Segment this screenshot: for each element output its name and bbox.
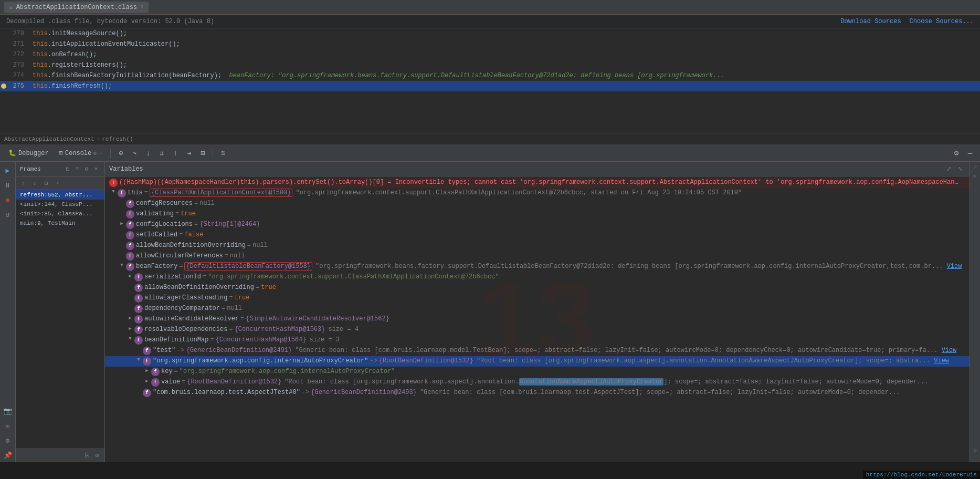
var-val-configLocations: {String[1]@2464}	[199, 221, 260, 228]
frame-item-1[interactable]: <init>:144, ClassP...	[16, 200, 104, 209]
settings-side-button[interactable]: ⚙	[1, 434, 15, 447]
force-step-into-button[interactable]: ⇊	[156, 148, 167, 159]
frames-filter-btn[interactable]: ⊟	[41, 178, 51, 189]
var-expand-autowireResolver[interactable]: ▶	[126, 315, 134, 321]
console-tab[interactable]: ⊡ Console ⚙ →	[55, 147, 107, 159]
var-row-key: ▶ f key = "org.springframework.aop.confi…	[105, 367, 970, 377]
var-expand-this[interactable]: ▼	[109, 189, 118, 194]
more-icon[interactable]: …	[973, 456, 977, 462]
var-name-configResources: configResources	[136, 200, 193, 207]
var-expand-resolvableDeps[interactable]: ▶	[126, 326, 134, 331]
restore-icon[interactable]: ⤢	[973, 164, 977, 171]
settings-icon[interactable]: ⚙	[973, 447, 977, 454]
frames-close-button[interactable]: ×	[92, 165, 100, 173]
step-over-button[interactable]: ↷	[129, 148, 140, 159]
run-to-cursor-button[interactable]: ⇥	[183, 148, 195, 159]
var-expand-value[interactable]: ▶	[143, 378, 151, 384]
test-bean-view-link[interactable]: View	[942, 347, 957, 354]
frames-up-button[interactable]: ↑	[18, 178, 28, 189]
var-row-aspectjtest: f "com.bruis.learnaop.test.AspectJTest#0…	[105, 388, 970, 398]
console-label: Console	[65, 150, 91, 157]
tab-close-button[interactable]: ×	[140, 4, 143, 10]
var-eq-setIdCalled: =	[179, 231, 183, 238]
debug-toolbar: 🐛 Debugger ⊡ Console ⚙ → ⊙ ↷ ↓ ⇊ ↑ ⇥ ⊞ ≋…	[0, 145, 980, 162]
debug-settings-button[interactable]: ⚙	[951, 148, 962, 159]
stop-button[interactable]: ■	[1, 193, 15, 207]
var-field-icon-serializationId: f	[134, 273, 143, 282]
var-eq-configResources: =	[194, 200, 198, 207]
collapse-icon[interactable]: ⇱	[973, 173, 977, 180]
pin-button[interactable]: 📌	[1, 449, 15, 462]
var-error-icon: !	[109, 179, 118, 187]
step-out-button[interactable]: ↑	[170, 148, 181, 159]
frames-down-button[interactable]: ↓	[29, 178, 40, 189]
download-sources-link[interactable]: Download Sources	[840, 18, 901, 25]
frame-item-0[interactable]: refresh:552, Abstr...	[16, 190, 104, 200]
var-row-resolvableDeps: ▶ f resolvableDependencies = {Concurrent…	[105, 325, 970, 335]
var-error-value: ((HashMap)((AopNamespaceHandler)this).pa…	[119, 179, 959, 186]
variables-toolbar: Variables ⤢ ⤡	[105, 162, 970, 176]
rerun-button[interactable]: ↺	[1, 208, 15, 222]
var-expand-beanDefMap[interactable]: ▼	[126, 336, 134, 341]
proxy-view-link[interactable]: View	[934, 357, 949, 365]
var-comment-value: "Root bean: class [org.springframework.a…	[284, 378, 928, 386]
resume-button[interactable]: ▶	[1, 164, 15, 178]
breadcrumb-class[interactable]: AbstractApplicationContext	[4, 136, 94, 142]
show-execution-point-button[interactable]: ⊙	[115, 148, 127, 159]
frame-copy-button[interactable]: ⎘	[81, 451, 92, 461]
var-expand-configLocations[interactable]: ▶	[118, 221, 126, 226]
tab-label: AbstractApplicationContext.class	[16, 4, 137, 11]
right-panel-icons: ⤢ ⇱ ⚙ …	[970, 162, 980, 462]
var-name-allowBDO-bf: allowBeanDefinitionOverriding	[144, 284, 254, 291]
line-content-272: this.onRefresh();	[28, 51, 980, 58]
trace-button[interactable]: ≋	[217, 148, 229, 159]
frame-watch-button[interactable]: ∞	[92, 451, 102, 461]
code-line-271: 271 this.initApplicationEventMulticaster…	[0, 39, 980, 49]
bottom-url[interactable]: https://blog.csdn.net/CoderBruis	[863, 471, 980, 479]
var-expand-key[interactable]: ▶	[143, 368, 151, 373]
breadcrumb-method[interactable]: refresh()	[102, 136, 133, 142]
file-tab[interactable]: ☕ AbstractApplicationContext.class ×	[4, 2, 149, 13]
debugger-tab[interactable]: 🐛 Debugger	[4, 147, 53, 159]
var-val-configResources: null	[199, 200, 215, 207]
frames-filter-button[interactable]: ⊟	[64, 165, 72, 173]
frames-toolbar: ↑ ↓ ⊟ +	[16, 176, 104, 190]
var-val-aspectjtest: {GenericBeanDefinition@2493}	[311, 389, 417, 396]
breakpoint-275[interactable]	[0, 84, 7, 89]
pause-button[interactable]: ⏸	[1, 179, 15, 192]
line-content-274: this.finishBeanFactoryInitialization(bea…	[28, 72, 980, 79]
var-expand-internalProxy[interactable]: ▼	[134, 357, 143, 362]
camera-button[interactable]: 📷	[1, 404, 15, 418]
step-into-button[interactable]: ↓	[142, 148, 154, 159]
infinity-button[interactable]: ∞	[1, 419, 15, 433]
var-eq-beanFactory: =	[179, 263, 183, 270]
frames-list-button[interactable]: ≡	[73, 165, 81, 173]
var-row-allowEager: f allowEagerClassLoading = true	[105, 293, 970, 304]
var-name-internalProxy: "org.springframework.aop.config.internal…	[153, 357, 368, 365]
expand-all-button[interactable]: ⤢	[943, 164, 954, 174]
beanfactory-view-link[interactable]: View	[947, 263, 962, 270]
var-eq-validating: =	[175, 210, 179, 217]
var-row-this: ▼ f this = {ClassPathXmlApplicationConte…	[105, 188, 970, 199]
var-expand-beanFactory[interactable]: ▼	[118, 263, 126, 268]
line-number-274: 274	[7, 72, 28, 79]
var-val-key: "org.springframework.aop.config.internal…	[180, 368, 395, 375]
evaluate-button[interactable]: ⊞	[197, 148, 208, 159]
var-field-icon-configResources: f	[126, 200, 134, 208]
frame-item-2[interactable]: <init>:85, ClassPa...	[16, 209, 104, 218]
collapse-all-button[interactable]: ⤡	[955, 164, 965, 174]
var-field-icon-allowEager: f	[134, 294, 143, 303]
var-row-error: ! ((HashMap)((AopNamespaceHandler)this).…	[105, 178, 970, 188]
minimize-debug-button[interactable]: —	[964, 148, 976, 159]
title-bar: ☕ AbstractApplicationContext.class ×	[0, 0, 980, 15]
frames-add-button[interactable]: +	[52, 178, 63, 189]
frames-settings-button[interactable]: ⚙	[82, 165, 91, 173]
code-line-272: 272 this.onRefresh();	[0, 49, 980, 60]
choose-sources-link[interactable]: Choose Sources...	[910, 18, 974, 25]
var-field-icon-autowireResolver: f	[134, 315, 143, 324]
var-field-icon-resolvableDeps: f	[134, 326, 143, 334]
var-field-icon-key: f	[151, 368, 160, 376]
var-expand-serializationId[interactable]: ▶	[126, 273, 134, 279]
var-field-icon-internalProxy: f	[143, 357, 151, 366]
frame-item-3[interactable]: main:9, TestMain	[16, 218, 104, 228]
